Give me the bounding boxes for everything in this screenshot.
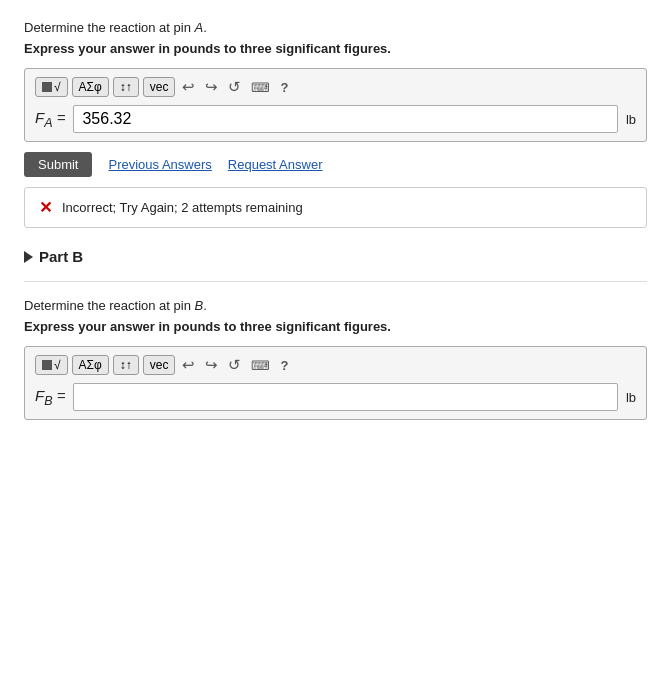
partb-sqrt-button[interactable]: √ (35, 355, 68, 375)
parta-answer-input[interactable] (73, 105, 617, 133)
partb-header: Part B (24, 248, 647, 265)
partb-redo-button[interactable]: ↪ (202, 356, 221, 374)
partb-vec-button[interactable]: vec (143, 355, 176, 375)
partb-unit: lb (626, 390, 636, 405)
refresh-button[interactable]: ↺ (225, 78, 244, 96)
partb-aze-label: ΑΣφ (79, 358, 102, 372)
square-icon (42, 82, 52, 92)
partb-vec-label: vec (150, 358, 169, 372)
parta-pin: A (195, 20, 204, 35)
partb-arrows-button[interactable]: ↕↑ (113, 355, 139, 375)
keyboard-button[interactable]: ⌨ (248, 80, 273, 95)
partb-square-icon (42, 360, 52, 370)
sqrt-button[interactable]: √ (35, 77, 68, 97)
partb-eq-label: FB = (35, 387, 65, 408)
partb-input-row: FB = lb (35, 383, 636, 411)
partb-arrows-label: ↕↑ (120, 358, 132, 372)
partb-sqrt-label: √ (54, 358, 61, 372)
parta-eq-label: FA = (35, 109, 65, 130)
parta-input-row: FA = lb (35, 105, 636, 133)
undo-button[interactable]: ↩ (179, 78, 198, 96)
partb-answer-input[interactable] (73, 383, 617, 411)
partb-answer-box: √ ΑΣφ ↕↑ vec ↩ ↪ ↺ ⌨ ? FB = lb (24, 346, 647, 420)
help-button[interactable]: ? (277, 80, 291, 95)
error-x-icon: ✕ (39, 198, 52, 217)
parta-unit: lb (626, 112, 636, 127)
partb-eq-subscript: B (44, 394, 52, 408)
parta-eq-subscript: A (44, 116, 52, 130)
triangle-icon (24, 251, 33, 263)
arrows-label: ↕↑ (120, 80, 132, 94)
parta-prev-answers-link[interactable]: Previous Answers (108, 157, 211, 172)
vec-button[interactable]: vec (143, 77, 176, 97)
parta-error-message: Incorrect; Try Again; 2 attempts remaini… (62, 200, 303, 215)
arrows-button[interactable]: ↕↑ (113, 77, 139, 97)
partb-keyboard-button[interactable]: ⌨ (248, 358, 273, 373)
parta-submit-button[interactable]: Submit (24, 152, 92, 177)
redo-button[interactable]: ↪ (202, 78, 221, 96)
partb-undo-button[interactable]: ↩ (179, 356, 198, 374)
partb-instruction: Determine the reaction at pin B. (24, 298, 647, 313)
partb-label: Part B (39, 248, 83, 265)
sqrt-label: √ (54, 80, 61, 94)
partb-help-button[interactable]: ? (277, 358, 291, 373)
parta-answer-box: √ ΑΣφ ↕↑ vec ↩ ↪ ↺ ⌨ ? FA = lb (24, 68, 647, 142)
partb-pin: B (195, 298, 204, 313)
parta-toolbar: √ ΑΣφ ↕↑ vec ↩ ↪ ↺ ⌨ ? (35, 77, 636, 97)
parta-instruction: Determine the reaction at pin A. (24, 20, 647, 35)
parta-instruction-bold: Express your answer in pounds to three s… (24, 41, 647, 56)
divider (24, 281, 647, 282)
vec-label: vec (150, 80, 169, 94)
parta-request-answer-link[interactable]: Request Answer (228, 157, 323, 172)
aze-label: ΑΣφ (79, 80, 102, 94)
aze-button[interactable]: ΑΣφ (72, 77, 109, 97)
partb-toolbar: √ ΑΣφ ↕↑ vec ↩ ↪ ↺ ⌨ ? (35, 355, 636, 375)
partb-refresh-button[interactable]: ↺ (225, 356, 244, 374)
partb-instruction-bold: Express your answer in pounds to three s… (24, 319, 647, 334)
parta-error-box: ✕ Incorrect; Try Again; 2 attempts remai… (24, 187, 647, 228)
parta-action-row: Submit Previous Answers Request Answer (24, 152, 647, 177)
partb-aze-button[interactable]: ΑΣφ (72, 355, 109, 375)
